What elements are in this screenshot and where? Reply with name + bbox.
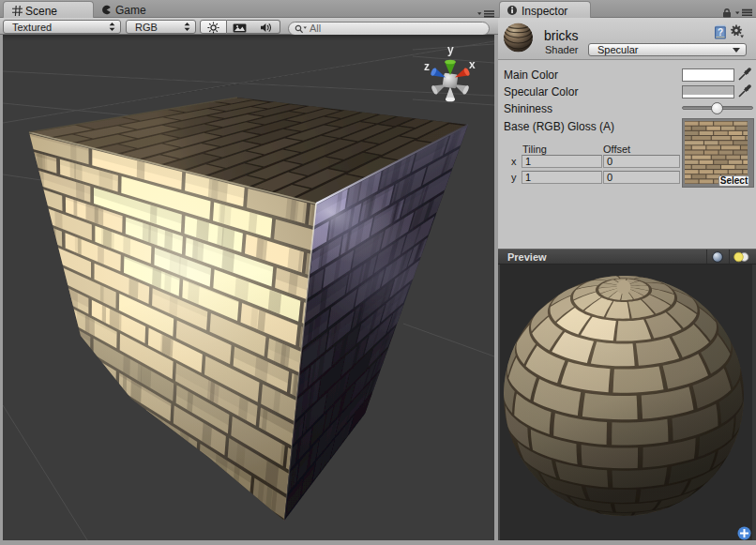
svg-text:?: ? <box>718 27 723 38</box>
svg-text:x: x <box>469 58 476 71</box>
svg-text:z: z <box>424 60 430 73</box>
svg-text:y: y <box>447 43 454 56</box>
